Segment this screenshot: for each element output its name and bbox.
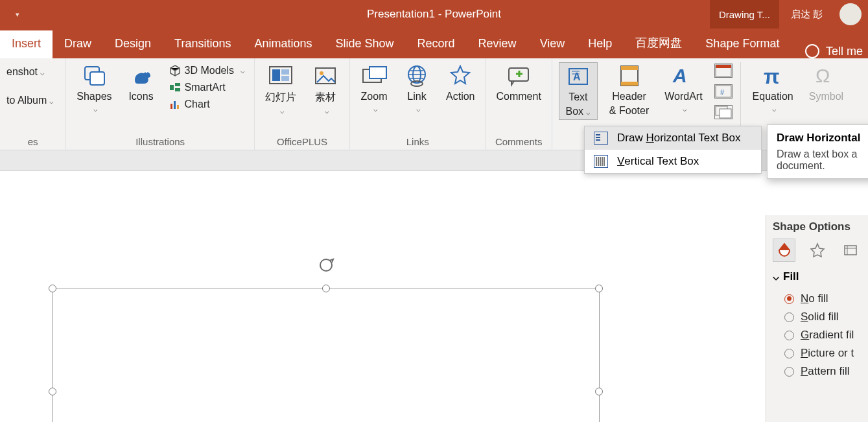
fill-line-tab-icon[interactable] xyxy=(773,239,795,262)
duck-icon xyxy=(128,64,155,88)
svg-point-35 xyxy=(320,259,332,271)
officeplus-materials-button[interactable]: 素材⌵ xyxy=(308,62,343,117)
radio-icon xyxy=(784,312,794,322)
photo-album-partial[interactable]: to Album⌵ xyxy=(6,95,54,106)
zoom-button[interactable]: Zoom⌵ xyxy=(357,62,392,115)
wordart-button[interactable]: A WordArt⌵ xyxy=(661,62,706,115)
fill-accordion[interactable]: ⌵ Fill xyxy=(773,270,862,283)
avatar[interactable] xyxy=(839,3,862,25)
action-star-icon xyxy=(447,64,474,88)
tab-insert[interactable]: Insert xyxy=(0,30,53,58)
chart-icon xyxy=(169,99,181,110)
tab-shape-format[interactable]: Shape Format xyxy=(694,30,791,58)
qat-customize-icon[interactable]: ▾ xyxy=(16,10,19,19)
lightbulb-icon xyxy=(805,44,819,58)
svg-rect-11 xyxy=(281,69,289,75)
fill-option-picture[interactable]: Picture or t xyxy=(773,344,862,362)
user-name[interactable]: 启达 彭 xyxy=(791,8,823,21)
shapes-icon xyxy=(80,64,108,88)
svg-rect-3 xyxy=(170,85,174,90)
svg-rect-4 xyxy=(175,83,180,86)
tab-help[interactable]: Help xyxy=(576,30,624,58)
resize-handle-ne[interactable] xyxy=(595,285,603,292)
header-footer-icon xyxy=(616,64,643,88)
group-label-links: Links xyxy=(357,134,478,147)
slide-canvas[interactable]: Shape Options ⌵ Fill No fill Solid fill … xyxy=(0,171,868,422)
horizontal-text-box-icon xyxy=(594,132,608,145)
svg-rect-10 xyxy=(272,69,280,81)
svg-rect-36 xyxy=(845,246,856,255)
selected-text-box[interactable] xyxy=(52,288,600,422)
link-button[interactable]: Link⌵ xyxy=(399,62,434,115)
contextual-tab-drawing-tools[interactable]: Drawing T... xyxy=(710,0,779,29)
resize-handle-e[interactable] xyxy=(595,388,603,395)
text-box-icon: A xyxy=(565,64,592,89)
tab-transitions[interactable]: Transitions xyxy=(163,30,242,58)
svg-text:A: A xyxy=(573,71,581,82)
screenshot-partial[interactable]: enshot⌵ xyxy=(6,66,54,78)
fill-option-pattern[interactable]: Pattern fill xyxy=(773,362,862,381)
radio-icon xyxy=(784,294,794,304)
vertical-text-box-icon xyxy=(594,155,608,168)
tab-animations[interactable]: Animations xyxy=(242,30,323,58)
svg-rect-16 xyxy=(369,67,386,78)
action-button[interactable]: Action xyxy=(442,62,478,104)
tell-me[interactable]: Tell me xyxy=(826,45,863,58)
chevron-down-icon: ⌵ xyxy=(93,105,98,113)
window-title: Presentation1 - PowerPoint xyxy=(367,8,501,21)
svg-text:π: π xyxy=(764,65,780,88)
draw-horizontal-text-box[interactable]: Draw Horizontal Text Box xyxy=(585,126,761,150)
link-icon xyxy=(403,64,430,88)
officeplus-slides-button[interactable]: 幻灯片⌵ xyxy=(261,62,300,117)
effects-tab-icon[interactable] xyxy=(806,239,828,262)
svg-rect-1 xyxy=(90,72,104,85)
pane-tab-shape-options[interactable]: Shape Options xyxy=(773,220,862,233)
tab-record[interactable]: Record xyxy=(406,30,467,58)
tooltip: Draw Horizontal Draw a text box a docume… xyxy=(767,124,868,179)
text-box-button[interactable]: A Text Box⌵ xyxy=(559,62,598,120)
smartart-icon xyxy=(169,82,181,93)
tab-review[interactable]: Review xyxy=(467,30,528,58)
tab-slideshow[interactable]: Slide Show xyxy=(324,30,406,58)
svg-text:A: A xyxy=(672,65,687,86)
icons-button[interactable]: Icons xyxy=(124,62,159,104)
tab-draw[interactable]: Draw xyxy=(53,30,103,58)
zoom-icon xyxy=(360,64,388,88)
date-time-icon[interactable] xyxy=(714,64,733,78)
rotation-handle-icon[interactable] xyxy=(317,256,335,274)
resize-handle-nw[interactable] xyxy=(49,285,56,292)
resize-handle-n[interactable] xyxy=(322,285,330,292)
svg-rect-7 xyxy=(174,101,176,109)
svg-rect-5 xyxy=(175,88,180,91)
picture-icon xyxy=(312,64,339,88)
tab-design[interactable]: Design xyxy=(103,30,163,58)
header-footer-button[interactable]: Header & Footer xyxy=(605,62,653,119)
svg-text:Ω: Ω xyxy=(815,65,830,86)
size-tab-icon[interactable] xyxy=(839,239,862,262)
comment-button[interactable]: Comment xyxy=(492,62,545,104)
symbol-button: Ω Symbol xyxy=(805,62,847,104)
tab-view[interactable]: View xyxy=(528,30,577,58)
chart-button[interactable]: Chart xyxy=(167,97,248,111)
chevron-down-icon: ⌵ xyxy=(773,270,779,283)
svg-rect-6 xyxy=(170,104,172,109)
equation-button[interactable]: π Equation⌵ xyxy=(749,62,797,115)
fill-option-solid[interactable]: Solid fill xyxy=(773,308,862,326)
pi-icon: π xyxy=(759,64,786,88)
shapes-button[interactable]: Shapes ⌵ xyxy=(73,62,115,115)
smartart-button[interactable]: SmartArt xyxy=(167,80,248,95)
slide-number-icon[interactable]: # xyxy=(714,84,733,99)
wordart-icon: A xyxy=(670,64,697,88)
resize-handle-w[interactable] xyxy=(49,388,56,395)
fill-option-no-fill[interactable]: No fill xyxy=(773,290,862,308)
vertical-text-box[interactable]: Vertical Text Box xyxy=(585,150,761,173)
object-icon[interactable] xyxy=(714,105,733,119)
cube-icon xyxy=(169,65,181,76)
radio-icon xyxy=(784,367,794,377)
omega-icon: Ω xyxy=(812,64,839,88)
tab-baidu[interactable]: 百度网盘 xyxy=(624,29,694,58)
fill-option-gradient[interactable]: Gradient fil xyxy=(773,326,862,344)
3d-models-button[interactable]: 3D Models⌵ xyxy=(167,64,248,78)
ribbon-tabs: Insert Draw Design Transitions Animation… xyxy=(0,29,868,58)
svg-point-2 xyxy=(145,71,147,73)
